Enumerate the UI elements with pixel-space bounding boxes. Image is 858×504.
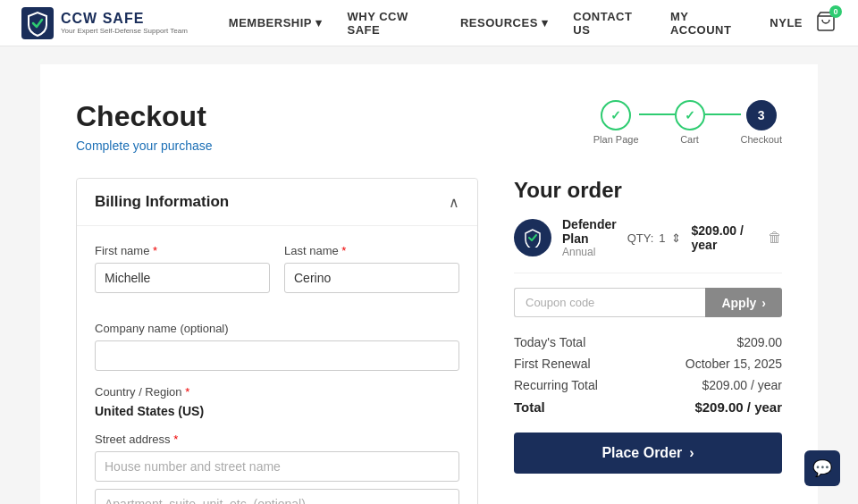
delete-item-icon[interactable]: 🗑: [768, 230, 782, 246]
first-renewal-value: October 15, 2025: [686, 357, 782, 371]
coupon-input[interactable]: [514, 288, 705, 317]
place-order-button[interactable]: Place Order ›: [514, 433, 782, 474]
qty-value: 1: [659, 231, 665, 245]
checkout-title-group: Checkout Complete your purchase: [76, 100, 213, 153]
steps-indicator: ✓ Plan Page ✓ Cart 3 Checkout: [593, 100, 782, 145]
total-label: Total: [514, 399, 545, 415]
checkout-header: Checkout Complete your purchase ✓ Plan P…: [76, 100, 782, 153]
chevron-down-icon: ▾: [542, 16, 549, 29]
navigation: CCW SAFE Your Expert Self-Defense Suppor…: [0, 0, 858, 46]
chat-widget[interactable]: 💬: [804, 450, 840, 486]
logo-text: CCW SAFE Your Expert Self-Defense Suppor…: [61, 11, 188, 35]
order-qty: QTY: 1 ⇕: [627, 231, 681, 245]
arrow-right-icon: ›: [689, 445, 694, 461]
billing-collapse-icon: ∧: [449, 194, 459, 211]
first-renewal-row: First Renewal October 15, 2025: [514, 357, 782, 371]
chevron-down-icon: ▾: [315, 16, 323, 29]
main-columns: Billing Information ∧ First name *: [76, 178, 782, 504]
today-total-label: Today's Total: [514, 335, 585, 349]
country-value: United States (US): [95, 404, 459, 418]
qty-stepper[interactable]: ⇕: [671, 231, 681, 245]
step-circle-3: 3: [746, 100, 777, 130]
order-item: Defender Plan Annual QTY: 1 ⇕ $209.00 / …: [514, 217, 782, 273]
coupon-row: Apply ›: [514, 288, 782, 317]
name-row: First name * Last name *: [95, 244, 459, 307]
today-total-row: Today's Total $209.00: [514, 335, 782, 349]
chat-icon: 💬: [812, 458, 832, 478]
nav-membership[interactable]: MEMBERSHIP ▾: [216, 16, 335, 29]
today-total-value: $209.00: [736, 335, 782, 349]
logo-icon: [21, 7, 54, 39]
nav-resources[interactable]: RESOURCES ▾: [448, 16, 560, 29]
step-label-2: Cart: [680, 134, 699, 145]
country-label: Country / Region *: [95, 385, 459, 399]
nav-contact[interactable]: CONTACT US: [560, 10, 658, 37]
first-renewal-label: First Renewal: [514, 357, 591, 371]
step-line-2: [705, 113, 741, 115]
first-name-label: First name *: [95, 244, 270, 257]
product-icon: [514, 219, 551, 256]
billing-header[interactable]: Billing Information ∧: [77, 179, 477, 225]
total-value: $209.00 / year: [694, 399, 782, 415]
company-group: Company name (optional): [95, 322, 459, 371]
shield-check-icon: [523, 228, 543, 248]
order-item-info: Defender Plan Annual: [562, 217, 617, 258]
qty-label: QTY:: [627, 231, 654, 245]
first-name-input[interactable]: [95, 263, 270, 293]
order-item-sub: Annual: [562, 246, 617, 258]
nav-links: MEMBERSHIP ▾ WHY CCW SAFE RESOURCES ▾ CO…: [216, 10, 815, 37]
last-name-input[interactable]: [284, 263, 459, 293]
logo[interactable]: CCW SAFE Your Expert Self-Defense Suppor…: [21, 7, 188, 39]
recurring-row: Recurring Total $209.00 / year: [514, 378, 782, 392]
total-row: Total $209.00 / year: [514, 399, 782, 415]
step-circle-2: ✓: [675, 100, 705, 130]
nav-right: 0: [815, 11, 837, 35]
apply-button[interactable]: Apply ›: [705, 288, 782, 317]
recurring-value: $209.00 / year: [702, 378, 782, 392]
company-input[interactable]: [95, 340, 459, 371]
last-name-group: Last name *: [284, 244, 459, 293]
last-name-label: Last name *: [284, 244, 459, 257]
step-cart: ✓ Cart: [675, 100, 705, 145]
order-price: $209.00 / year: [692, 223, 757, 252]
order-title: Your order: [514, 178, 782, 203]
cart-button[interactable]: 0: [815, 11, 837, 35]
country-group: Country / Region * United States (US): [95, 385, 459, 418]
company-label: Company name (optional): [95, 322, 459, 335]
street-input[interactable]: [95, 451, 459, 482]
street-label: Street address *: [95, 433, 459, 446]
step-label-3: Checkout: [741, 134, 782, 145]
order-column: Your order Defender Plan Annual QTY: 1 ⇕: [514, 178, 782, 504]
nav-why-ccw[interactable]: WHY CCW SAFE: [334, 10, 447, 37]
apt-input[interactable]: [95, 489, 459, 504]
step-plan-page: ✓ Plan Page: [593, 100, 639, 145]
page-container: Checkout Complete your purchase ✓ Plan P…: [40, 64, 818, 504]
nav-nyle[interactable]: NYLE: [757, 16, 815, 29]
step-circle-1: ✓: [601, 100, 631, 130]
logo-main: CCW SAFE: [61, 11, 188, 27]
checkout-title: Checkout: [76, 100, 213, 133]
logo-sub: Your Expert Self-Defense Support Team: [61, 27, 188, 35]
first-name-group: First name *: [95, 244, 270, 293]
billing-header-title: Billing Information: [95, 193, 229, 211]
chevron-right-icon: ›: [761, 296, 766, 310]
step-label-1: Plan Page: [593, 134, 639, 145]
billing-column: Billing Information ∧ First name *: [76, 178, 478, 504]
step-checkout: 3 Checkout: [741, 100, 782, 145]
cart-badge: 0: [829, 5, 842, 18]
step-line-1: [639, 113, 675, 115]
recurring-label: Recurring Total: [514, 378, 598, 392]
street-group: Street address *: [95, 433, 459, 504]
checkout-subtitle: Complete your purchase: [76, 139, 213, 153]
billing-section: Billing Information ∧ First name *: [76, 178, 478, 504]
totals: Today's Total $209.00 First Renewal Octo…: [514, 335, 782, 415]
order-item-name: Defender Plan: [562, 217, 617, 246]
nav-my-account[interactable]: MY ACCOUNT: [658, 10, 757, 37]
billing-body: First name * Last name *: [77, 225, 477, 504]
